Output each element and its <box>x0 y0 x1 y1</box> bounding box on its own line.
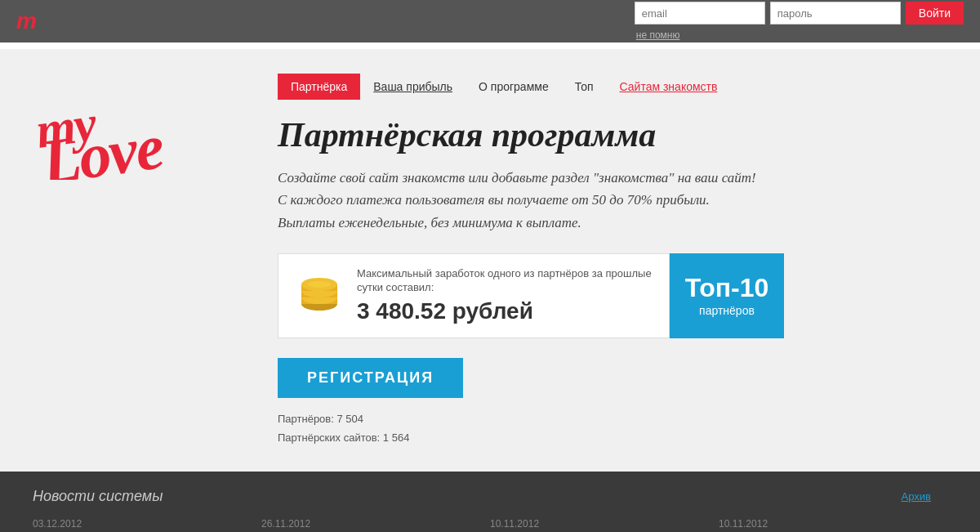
password-input[interactable] <box>770 2 901 25</box>
earnings-box: Максимальный заработок одного из партнёр… <box>278 253 670 338</box>
partners-count: Партнёров: 7 504 <box>278 409 931 428</box>
tab-top[interactable]: Топ <box>562 74 607 100</box>
earnings-text: Максимальный заработок одного из партнёр… <box>357 267 653 324</box>
news-grid: 03.12.2012 Тариф 70% всем партнёрам! 26.… <box>33 518 931 532</box>
earnings-amount: 3 480.52 рублей <box>357 298 653 324</box>
site-logo-icon: m <box>16 8 37 34</box>
coin-icon <box>295 270 344 322</box>
main-description: Создайте свой сайт знакомств или добавьт… <box>278 167 768 234</box>
top-bar-right: Войти не помню <box>635 2 964 41</box>
tab-dating[interactable]: Сайтам знакомств <box>607 74 731 100</box>
tab-profit[interactable]: Ваша прибыль <box>360 74 466 100</box>
bottom-section: Новости системы Архив 03.12.2012 Тариф 7… <box>0 472 980 532</box>
news-item: 10.11.2012 Запрет на домены использующие <box>719 518 931 532</box>
nav-tabs: Партнёрка Ваша прибыль О программе Топ С… <box>278 74 931 100</box>
right-content: Партнёрка Ваша прибыль О программе Топ С… <box>278 74 931 447</box>
news-item: 03.12.2012 Тариф 70% всем партнёрам! <box>33 518 245 532</box>
email-input[interactable] <box>635 2 765 25</box>
top10-label-big: Топ-10 <box>685 275 769 301</box>
register-button[interactable]: РЕГИСТРАЦИЯ <box>278 358 463 398</box>
tab-partner[interactable]: Партнёрка <box>278 74 360 100</box>
earnings-label: Максимальный заработок одного из партнёр… <box>357 267 653 295</box>
news-item: 10.11.2012 Работы по изменению превью- <box>490 518 702 532</box>
top10-label-small: партнёров <box>699 304 755 317</box>
mylove-logo: my Love <box>33 74 245 190</box>
main-content: my Love Партнёрка Ваша прибыль О програм… <box>0 49 980 472</box>
login-button[interactable]: Войти <box>906 2 964 25</box>
news-date: 10.11.2012 <box>719 518 931 530</box>
news-date: 03.12.2012 <box>33 518 245 530</box>
svg-point-9 <box>308 281 331 288</box>
news-date: 10.11.2012 <box>490 518 702 530</box>
stats-text: Партнёров: 7 504 Партнёрских сайтов: 1 5… <box>278 409 931 448</box>
bottom-header: Новости системы Архив <box>33 488 931 505</box>
top-bar-inputs: Войти <box>635 2 964 25</box>
archive-link[interactable]: Архив <box>902 490 931 503</box>
top10-button[interactable]: Топ-10 партнёров <box>670 253 784 338</box>
news-date: 26.11.2012 <box>261 518 474 530</box>
news-title: Новости системы <box>33 488 163 505</box>
earnings-section: Максимальный заработок одного из партнёр… <box>278 253 784 338</box>
news-item: 26.11.2012 Запрет на домены использующие <box>261 518 474 532</box>
tab-about[interactable]: О программе <box>466 74 562 100</box>
top-bar: m Войти не помню <box>0 0 980 42</box>
forgot-password-link[interactable]: не помню <box>636 29 680 41</box>
partner-sites-count: Партнёрских сайтов: 1 564 <box>278 428 931 447</box>
main-heading: Партнёрская программа <box>278 116 931 154</box>
top-bar-logo: m <box>16 8 37 34</box>
white-strip <box>0 42 980 49</box>
logo-area: my Love <box>33 74 245 190</box>
